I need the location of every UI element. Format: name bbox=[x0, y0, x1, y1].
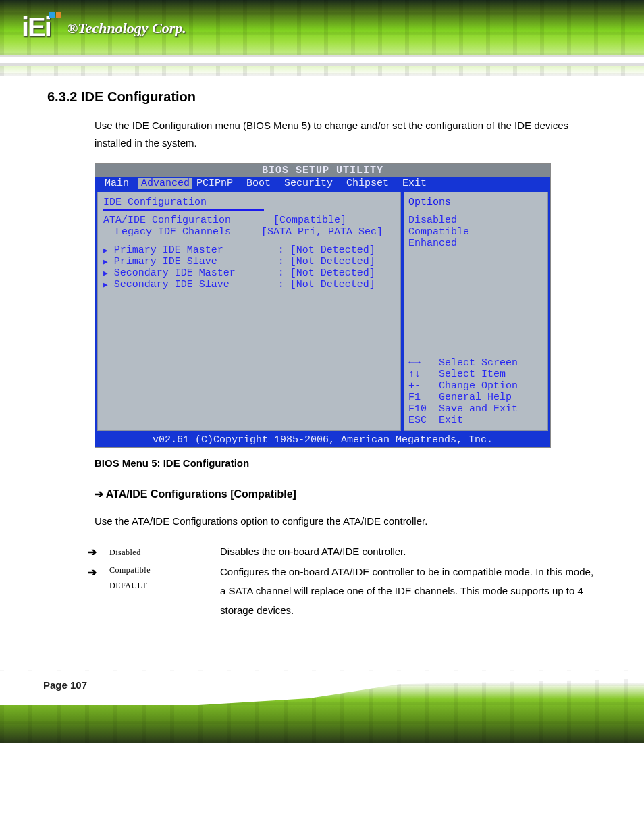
bios-tab-security[interactable]: Security bbox=[280, 178, 342, 189]
page-header-banner: iEi ®Technology Corp. bbox=[0, 0, 644, 76]
section-heading: 6.3.2 IDE Configuration bbox=[47, 89, 597, 105]
bios-body: IDE Configuration ATA/IDE Configuration … bbox=[95, 190, 550, 433]
option-value-label: Compatible bbox=[109, 563, 211, 578]
footer-wave bbox=[0, 670, 644, 705]
option-value-default: DEFAULT bbox=[109, 578, 211, 594]
triangle-icon: ▶ bbox=[103, 258, 108, 266]
option-heading: ATA/IDE Configurations [Compatible] bbox=[106, 488, 296, 500]
option-value-desc: Configures the on-board ATA/IDE controll… bbox=[220, 563, 597, 621]
option-value-desc: Disables the on-board ATA/IDE controller… bbox=[220, 542, 597, 562]
triangle-icon: ▶ bbox=[103, 269, 108, 278]
brand-logo: iEi bbox=[22, 12, 63, 43]
option-value-label: Disabled bbox=[109, 548, 141, 557]
bios-left-panel: IDE Configuration ATA/IDE Configuration … bbox=[97, 192, 401, 431]
bios-screenshot: BIOS SETUP UTILITY Main Advanced PCIPnP … bbox=[95, 163, 551, 448]
bios-right-panel: Options Disabled Compatible Enhanced ←→ … bbox=[404, 192, 548, 431]
bios-options-title: Options bbox=[408, 197, 543, 208]
bios-device-row[interactable]: ▶ Primary IDE Master : [Not Detected] bbox=[103, 244, 395, 256]
bios-device-row[interactable]: ▶ Secondary IDE Master : [Not Detected] bbox=[103, 267, 395, 279]
figure-caption: BIOS Menu 5: IDE Configuration bbox=[95, 457, 597, 469]
bios-option: Compatible bbox=[408, 226, 543, 238]
bios-device-row[interactable]: ▶ Primary IDE Slave : [Not Detected] bbox=[103, 256, 395, 267]
section-title: IDE Configuration bbox=[81, 89, 196, 104]
bios-tab-boot[interactable]: Boot bbox=[242, 178, 280, 189]
bios-tab-pcipnp[interactable]: PCIPnP bbox=[192, 178, 242, 189]
bios-option: Enhanced bbox=[408, 238, 543, 249]
arrow-icon: ➔ bbox=[88, 542, 100, 563]
header-band bbox=[0, 57, 644, 63]
bios-tab-main[interactable]: Main bbox=[101, 178, 138, 189]
bios-footer: v02.61 (C)Copyright 1985-2006, American … bbox=[95, 433, 550, 447]
option-value-row: ➔ Disabled Disables the on-board ATA/IDE… bbox=[88, 542, 597, 563]
arrow-icon: ➔ bbox=[88, 563, 100, 583]
bios-setting-row[interactable]: ATA/IDE Configuration [Compatible] bbox=[103, 215, 395, 226]
bios-option: Disabled bbox=[408, 215, 543, 226]
page-content: 6.3.2 IDE Configuration Use the IDE Conf… bbox=[0, 76, 644, 643]
option-values-list: ➔ Disabled Disables the on-board ATA/IDE… bbox=[88, 542, 597, 621]
bios-menubar: Main Advanced PCIPnP Boot Security Chips… bbox=[95, 177, 550, 190]
bios-help-block: ←→ Select Screen ↑↓ Select Item +- Chang… bbox=[408, 357, 543, 426]
page-footer-banner: Page 107 bbox=[0, 670, 644, 743]
page-number: Page 107 bbox=[43, 679, 87, 691]
option-value-row: ➔ Compatible DEFAULT Configures the on-b… bbox=[88, 563, 597, 621]
intro-paragraph: Use the IDE Configuration menu (BIOS Men… bbox=[95, 117, 597, 151]
brand-tagline: ®Technology Corp. bbox=[67, 20, 186, 37]
bios-tab-exit[interactable]: Exit bbox=[398, 178, 436, 189]
arrow-icon: ➔ bbox=[95, 488, 106, 500]
bios-title: BIOS SETUP UTILITY bbox=[95, 164, 550, 177]
bios-tab-advanced[interactable]: Advanced bbox=[138, 178, 192, 189]
bios-tab-chipset[interactable]: Chipset bbox=[342, 178, 398, 189]
option-description: Use the ATA/IDE Configurations option to… bbox=[95, 513, 597, 530]
bios-device-row[interactable]: ▶ Secondary IDE Slave : [Not Detected] bbox=[103, 279, 395, 290]
section-number: 6.3.2 bbox=[47, 89, 81, 104]
bios-panel-title: IDE Configuration bbox=[103, 197, 264, 211]
brand-block: iEi ®Technology Corp. bbox=[22, 12, 188, 43]
bios-setting-row[interactable]: Legacy IDE Channels [SATA Pri, PATA Sec] bbox=[103, 226, 395, 238]
triangle-icon: ▶ bbox=[103, 246, 108, 255]
triangle-icon: ▶ bbox=[103, 281, 108, 289]
